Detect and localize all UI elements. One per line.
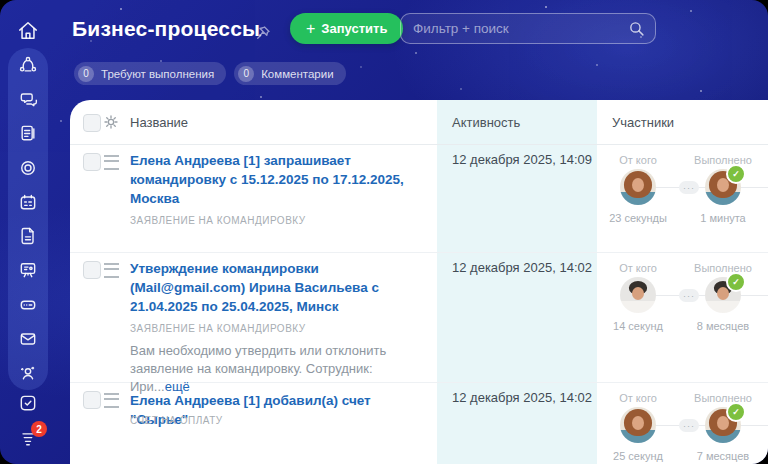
done-duration: 7 месяцев (681, 450, 765, 462)
drive-icon (18, 295, 38, 315)
activity-date: 12 декабря 2025, 14:02 (452, 390, 592, 405)
people-icon (18, 363, 38, 383)
done-label: Выполнено (688, 262, 758, 274)
crm-ring-icon (18, 158, 38, 178)
plus-icon: + (306, 21, 315, 37)
feed-icon (18, 55, 38, 75)
filter-chips: 0 Требуют выполнения 0 Комментарии (74, 62, 346, 85)
run-button[interactable]: + Запустить (290, 13, 403, 44)
chip-count: 0 (238, 66, 254, 82)
done-avatar[interactable]: ✓ (705, 407, 741, 443)
from-avatar[interactable] (620, 407, 656, 443)
row-checkbox[interactable] (83, 153, 101, 171)
participants-cell: От кого Выполнено ··· ✓ 14 секунд 8 меся… (597, 252, 768, 382)
process-type-label: СЧЕТ НА ОПЛАТУ (130, 415, 223, 426)
check-badge-icon: ✓ (726, 272, 746, 292)
drag-handle-icon[interactable] (104, 393, 119, 408)
sidebar-item-crm[interactable] (18, 158, 38, 178)
process-type-label: ЗАЯВЛЕНИЕ НА КОМАНДИРОВКУ (130, 215, 306, 226)
sidebar-item-feed[interactable] (18, 55, 38, 75)
sidebar-item-more[interactable]: 2 (18, 428, 38, 448)
ellipsis-bubble[interactable]: ··· (679, 419, 699, 432)
done-avatar[interactable]: ✓ (705, 277, 741, 313)
from-label: От кого (603, 262, 673, 274)
from-avatar[interactable] (620, 277, 656, 313)
tasks-check-icon (18, 393, 38, 413)
participants-cell: От кого Выполнено ··· ✓ 23 секунды 1 мин… (597, 144, 768, 252)
app-window: 2 Бизнес-процессы + Запустить 0 Требуют … (0, 0, 768, 464)
ellipsis-bubble[interactable]: ··· (679, 289, 699, 302)
sidebar-item-whiteboard[interactable] (18, 260, 38, 280)
select-all-checkbox[interactable] (83, 114, 101, 132)
check-badge-icon: ✓ (726, 164, 746, 184)
row-checkbox[interactable] (83, 261, 101, 279)
table-header: Название Активность Участники (70, 100, 768, 145)
sidebar-item-calendar[interactable] (18, 192, 38, 212)
activity-date: 12 декабря 2025, 14:09 (452, 152, 592, 167)
ellipsis-bubble[interactable]: ··· (679, 181, 699, 194)
table-row: Елена Андреева [1] добавил(а) счет "Сырь… (70, 382, 768, 464)
sidebar-item-news[interactable] (18, 123, 38, 143)
chip-label: Требуют выполнения (101, 68, 214, 80)
row-checkbox[interactable] (83, 391, 101, 409)
run-button-label: Запустить (321, 21, 387, 36)
done-duration: 8 месяцев (681, 320, 765, 332)
from-label: От кого (603, 154, 673, 166)
page-title: Бизнес-процессы (72, 17, 260, 41)
notification-badge: 2 (31, 421, 47, 437)
column-header-name[interactable]: Название (130, 115, 188, 130)
from-duration: 25 секунд (596, 450, 680, 462)
sidebar-item-home[interactable] (17, 20, 39, 42)
connector-line (638, 295, 768, 296)
process-type-label: ЗАЯВЛЕНИЕ НА КОМАНДИРОВКУ (130, 323, 306, 334)
process-title-link[interactable]: Елена Андреева [1] запрашивает командиро… (130, 151, 432, 208)
sidebar-item-people[interactable] (18, 363, 38, 383)
table-row: Елена Андреева [1] запрашивает командиро… (70, 144, 768, 253)
done-avatar[interactable]: ✓ (705, 169, 741, 205)
document-icon (18, 226, 38, 246)
from-label: От кого (603, 392, 673, 404)
done-label: Выполнено (688, 154, 758, 166)
column-header-participants[interactable]: Участники (612, 115, 674, 130)
table-row: Утверждение командировки (Mail@gmail.com… (70, 252, 768, 383)
sidebar: 2 (0, 0, 56, 464)
chip-comments[interactable]: 0 Комментарии (234, 62, 345, 85)
participants-cell: От кого Выполнено ··· ✓ 25 секунд 7 меся… (597, 382, 768, 464)
sidebar-item-messenger[interactable] (18, 89, 38, 109)
chip-label: Комментарии (261, 68, 333, 80)
done-label: Выполнено (688, 392, 758, 404)
connector-line (638, 425, 768, 426)
chip-need-action[interactable]: 0 Требуют выполнения (74, 62, 226, 85)
sidebar-icon-group (8, 48, 48, 390)
drag-handle-icon[interactable] (104, 155, 119, 170)
home-icon (17, 20, 39, 42)
mail-icon (18, 329, 38, 349)
search-input[interactable] (400, 13, 656, 44)
column-header-activity[interactable]: Активность (452, 115, 520, 130)
sidebar-item-drive[interactable] (18, 295, 38, 315)
news-icon (18, 123, 38, 143)
drag-handle-icon[interactable] (104, 263, 119, 278)
chat-bubbles-icon (18, 89, 38, 109)
check-badge-icon: ✓ (726, 402, 746, 422)
done-duration: 1 минута (681, 212, 765, 224)
from-avatar[interactable] (620, 169, 656, 205)
gear-icon[interactable] (103, 114, 119, 130)
sidebar-item-mail[interactable] (18, 329, 38, 349)
chip-count: 0 (78, 66, 94, 82)
connector-line (638, 187, 768, 188)
from-duration: 14 секунд (596, 320, 680, 332)
whiteboard-icon (18, 260, 38, 280)
process-list-card: Название Активность Участники Елена Андр… (70, 100, 768, 464)
calendar-icon (18, 192, 38, 212)
activity-date: 12 декабря 2025, 14:02 (452, 260, 592, 275)
from-duration: 23 секунды (596, 212, 680, 224)
pin-icon[interactable] (254, 24, 272, 42)
sidebar-item-documents[interactable] (18, 226, 38, 246)
process-title-link[interactable]: Утверждение командировки (Mail@gmail.com… (130, 259, 432, 316)
sidebar-item-tasks[interactable] (18, 393, 38, 413)
